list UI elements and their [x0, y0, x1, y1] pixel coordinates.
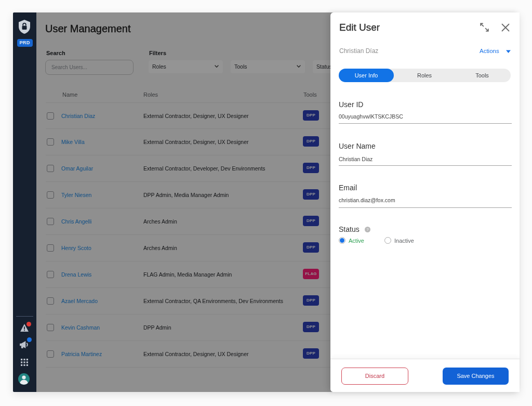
svg-text:?: ?: [366, 227, 368, 232]
